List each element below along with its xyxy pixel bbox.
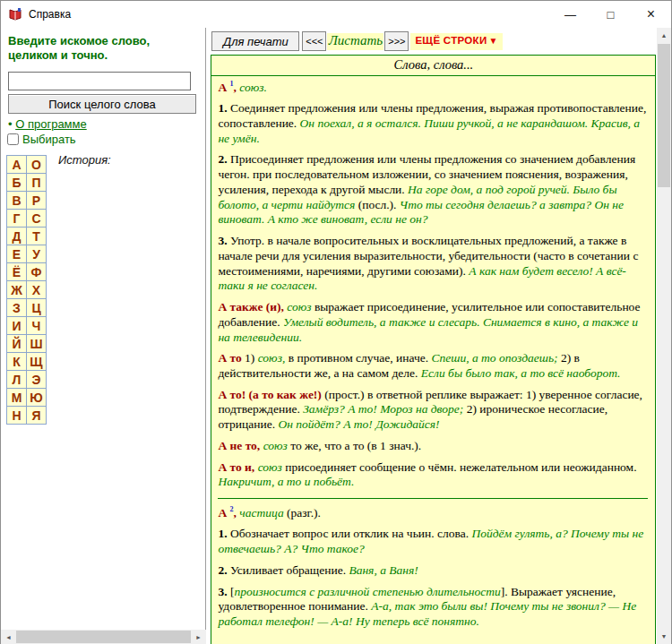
alphabet-letter-Б[interactable]: Б — [7, 174, 27, 192]
select-checkbox-row: Выбирать — [7, 133, 76, 146]
entry-paragraph: 2. Присоединяет предложения или члены пр… — [218, 152, 648, 228]
bullet-icon: • — [8, 117, 13, 131]
sidebar: Введите искомое слово, целиком и точно. … — [1, 28, 206, 644]
entry-paragraph: А 2, частица (разг.). — [218, 505, 648, 520]
more-lines-label: ЕЩЁ СТРОКИ — [415, 35, 487, 46]
dictionary-view: Слова, слова... А 1, союз.1. Соединяет п… — [211, 55, 656, 644]
entry-paragraph: 3. Употр. в начале вопросительных и воск… — [218, 234, 648, 294]
triangle-down-icon: ▼ — [488, 36, 497, 46]
minimize-button[interactable]: — — [550, 1, 590, 28]
alphabet-letter-Н[interactable]: Н — [7, 407, 27, 425]
alphabet-letter-Р[interactable]: Р — [27, 192, 47, 210]
about-link[interactable]: О программе — [15, 117, 87, 131]
alphabet-letter-Т[interactable]: Т — [27, 228, 47, 245]
alphabet-letter-Г[interactable]: Г — [7, 210, 27, 228]
about-row: • О программе — [8, 117, 87, 131]
close-button[interactable]: × — [631, 1, 671, 28]
select-checkbox-label: Выбирать — [22, 133, 76, 146]
vertical-scrollbar[interactable]: ▲ ▼ — [657, 28, 671, 644]
entry-paragraph: А то и, союз присоединяет сообщение о чё… — [218, 460, 648, 490]
search-input[interactable] — [8, 72, 191, 90]
vertical-scroll-thumb[interactable] — [658, 44, 670, 187]
alphabet-letter-Ч[interactable]: Ч — [27, 317, 47, 335]
alphabet-letter-Д[interactable]: Д — [7, 228, 27, 245]
alphabet-letter-Щ[interactable]: Щ — [27, 353, 47, 371]
alphabet-letter-П[interactable]: П — [27, 174, 47, 192]
alphabet-letter-А[interactable]: А — [7, 156, 27, 174]
entry-paragraph: А также (и), союз выражает присоединение… — [218, 300, 648, 345]
scroll-right-icon[interactable]: ► — [191, 630, 206, 644]
alphabet-letter-Я[interactable]: Я — [27, 407, 47, 425]
alphabet-grid: АБВГДЕЁЖЗИЙКЛМН ОПРСТУФХЦЧШЩЭЮЯ — [6, 155, 47, 425]
alphabet-letter-И[interactable]: И — [7, 317, 27, 335]
select-checkbox[interactable] — [7, 133, 19, 145]
window-controls: — □ × — [550, 1, 671, 28]
alphabet-letter-Х[interactable]: Х — [27, 281, 47, 299]
alphabet-letter-Ю[interactable]: Ю — [27, 389, 47, 407]
titlebar: Справка — □ × — [1, 1, 671, 28]
alphabet-letter-Л[interactable]: Л — [7, 371, 27, 389]
next-page-button[interactable]: >>> — [384, 31, 409, 51]
alphabet-letter-Ж[interactable]: Ж — [7, 281, 27, 299]
alphabet-letter-Е[interactable]: Е — [7, 245, 27, 263]
window-title: Справка — [29, 8, 71, 21]
horizontal-scrollbar[interactable]: ◄ ► — [1, 630, 206, 644]
history-label: История: — [58, 153, 111, 167]
browse-label[interactable]: Листать — [327, 33, 383, 50]
alphabet-letter-З[interactable]: З — [7, 299, 27, 317]
entry-paragraph: А то! (а то как же!) (прост.) в ответной… — [218, 388, 648, 433]
alphabet-letter-С[interactable]: С — [27, 210, 47, 228]
scroll-left-icon[interactable]: ◄ — [1, 630, 16, 644]
alphabet-letter-Ё[interactable]: Ё — [7, 263, 27, 281]
alphabet-letter-Э[interactable]: Э — [27, 371, 47, 389]
print-button[interactable]: Для печати — [211, 31, 299, 51]
content-panel: Для печати <<< Листать >>> ЕЩЁ СТРОКИ▼ С… — [206, 28, 671, 644]
alphabet-letter-В[interactable]: В — [7, 192, 27, 210]
prev-page-button[interactable]: <<< — [302, 31, 326, 51]
main-area: Введите искомое слово, целиком и точно. … — [1, 28, 671, 644]
alphabet-col2: ОПРСТУФХЦЧШЩЭЮЯ — [27, 156, 47, 425]
entry-paragraph: А 1, союз. — [218, 80, 648, 95]
dictionary-header: Слова, слова... — [211, 56, 655, 76]
alphabet-letter-М[interactable]: М — [7, 389, 27, 407]
dictionary-entry: А 1, союз.1. Соединяет предложения или ч… — [218, 80, 648, 490]
entry-paragraph: А не то, союз то же, что а то (в 1 знач.… — [218, 439, 648, 454]
search-instruction: Введите искомое слово, целиком и точно. — [8, 34, 165, 64]
alphabet-letter-О[interactable]: О — [27, 156, 47, 174]
alphabet-letter-Ф[interactable]: Ф — [27, 263, 47, 281]
alphabet-letter-Ш[interactable]: Ш — [27, 335, 47, 353]
alphabet-col1: АБВГДЕЁЖЗИЙКЛМН — [7, 156, 27, 425]
entry-paragraph: 1. Обозначает вопрос или отклик на чьин.… — [218, 527, 648, 556]
whole-word-search-button[interactable]: Поиск целого слова — [8, 94, 196, 114]
alphabet-letter-У[interactable]: У — [27, 245, 47, 263]
app-icon — [8, 7, 22, 21]
horizontal-scroll-thumb[interactable] — [16, 631, 191, 643]
scroll-up-icon[interactable]: ▲ — [657, 28, 671, 43]
entry-paragraph: 1. Соединяет предложения или члены предл… — [218, 101, 648, 146]
entry-paragraph: 2. Усиливает обращение. Ваня, а Ваня! — [218, 563, 648, 579]
app-window: Справка — □ × Введите искомое слово, цел… — [0, 0, 672, 644]
maximize-button[interactable]: □ — [590, 1, 631, 28]
dictionary-entries: А 1, союз.1. Соединяет предложения или ч… — [211, 76, 655, 630]
alphabet-letter-К[interactable]: К — [7, 353, 27, 371]
alphabet-letter-Ц[interactable]: Ц — [27, 299, 47, 317]
more-lines-button[interactable]: ЕЩЁ СТРОКИ▼ — [410, 33, 502, 50]
entry-paragraph: 3. [произносится с различной степенью дл… — [218, 585, 648, 630]
alphabet-letter-Й[interactable]: Й — [7, 335, 27, 353]
dictionary-entry: А 2, частица (разг.).1. Обозначает вопро… — [218, 498, 648, 630]
entry-paragraph: А то 1) союз, в противном случае, иначе.… — [218, 351, 648, 381]
scroll-down-icon[interactable]: ▼ — [657, 629, 671, 644]
